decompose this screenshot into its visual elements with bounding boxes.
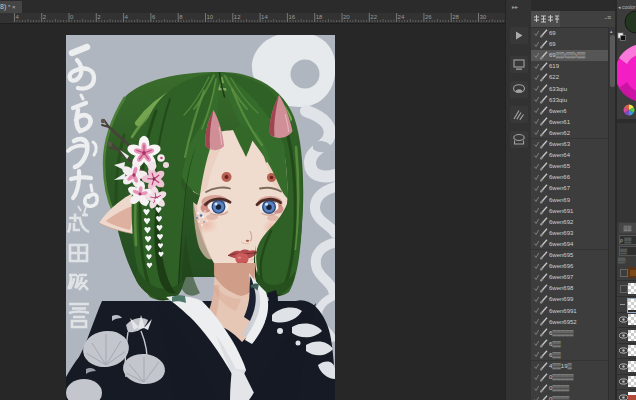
svg-text:4: 4	[125, 14, 129, 20]
svg-text:16: 16	[288, 14, 295, 20]
svg-text:10: 10	[207, 14, 214, 20]
svg-text:14: 14	[261, 14, 268, 20]
svg-text:30: 30	[480, 14, 487, 20]
svg-text:2: 2	[43, 14, 47, 20]
svg-text:2: 2	[97, 14, 101, 20]
svg-text:12: 12	[234, 14, 241, 20]
svg-text:18: 18	[316, 14, 323, 20]
svg-text:0: 0	[70, 14, 74, 20]
svg-text:24: 24	[398, 14, 405, 20]
svg-text:6: 6	[152, 14, 156, 20]
svg-text:4: 4	[15, 14, 19, 20]
svg-text:28: 28	[452, 14, 459, 20]
svg-text:26: 26	[425, 14, 432, 20]
svg-text:20: 20	[343, 14, 350, 20]
svg-text:8: 8	[179, 14, 183, 20]
svg-text:22: 22	[370, 14, 377, 20]
